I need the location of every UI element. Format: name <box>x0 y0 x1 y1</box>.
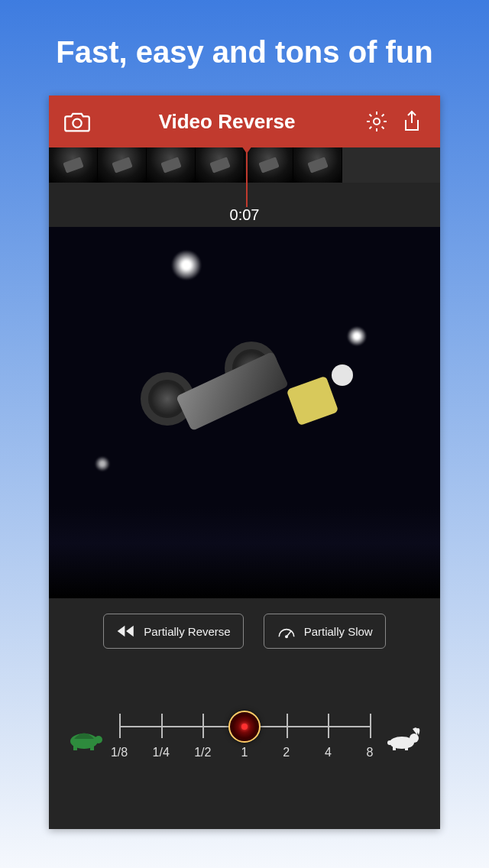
timeline-frame <box>147 147 196 183</box>
stage-light-icon <box>95 456 110 471</box>
speed-label: 8 <box>367 746 374 760</box>
speed-tick <box>202 714 204 738</box>
speed-label: 4 <box>325 746 332 760</box>
svg-rect-5 <box>73 746 77 750</box>
share-button[interactable] <box>394 104 429 139</box>
stage-light-icon <box>171 250 202 280</box>
mode-label: Partially Reverse <box>144 625 230 638</box>
speed-tick <box>328 714 329 738</box>
timeline-frame <box>98 147 147 183</box>
app-window: Video Reverse 0:07 <box>49 96 440 829</box>
partially-slow-button[interactable]: Partially Slow <box>264 614 386 649</box>
speed-tick <box>370 714 371 738</box>
rabbit-icon <box>384 724 425 754</box>
svg-rect-9 <box>393 746 396 750</box>
current-time: 0:07 <box>230 206 260 224</box>
speed-label: 1/2 <box>194 746 211 760</box>
speed-label: 2 <box>283 746 290 760</box>
speed-tick <box>161 714 163 738</box>
svg-point-4 <box>95 736 102 743</box>
speed-ruler[interactable]: 1/81/41/21248 <box>119 706 370 772</box>
speed-label: 1 <box>241 746 248 760</box>
motocross-subject <box>141 342 370 471</box>
partially-reverse-button[interactable]: Partially Reverse <box>103 614 243 649</box>
svg-point-2 <box>285 636 287 637</box>
speed-label: 1/4 <box>153 746 170 760</box>
timeline-frame <box>49 147 98 183</box>
speed-label: 1/8 <box>111 746 128 760</box>
crowd-silhouette <box>49 507 440 598</box>
settings-button[interactable] <box>359 104 394 139</box>
screen-title: Video Reverse <box>95 110 359 134</box>
speed-tick <box>287 714 288 738</box>
turtle-icon <box>64 724 105 754</box>
svg-point-8 <box>410 734 419 743</box>
promo-headline: Fast, easy and tons of fun <box>56 35 432 70</box>
timeline-area: 0:07 <box>49 147 440 227</box>
camera-button[interactable] <box>60 104 95 139</box>
speed-control: 1/81/41/21248 <box>49 664 440 829</box>
mode-label: Partially Slow <box>304 625 373 638</box>
speed-knob[interactable] <box>228 711 261 743</box>
rewind-icon <box>116 623 136 639</box>
speed-tick <box>119 714 121 738</box>
speedometer-icon <box>277 623 296 639</box>
svg-point-0 <box>73 119 81 128</box>
timeline-frame <box>293 147 342 183</box>
svg-point-11 <box>387 740 392 745</box>
svg-rect-10 <box>405 746 408 750</box>
top-bar: Video Reverse <box>49 96 440 147</box>
timeline-frame <box>196 147 244 183</box>
svg-point-1 <box>374 118 380 125</box>
video-preview[interactable] <box>49 227 440 598</box>
svg-rect-6 <box>90 746 94 750</box>
mode-row: Partially Reverse Partially Slow <box>49 598 440 664</box>
